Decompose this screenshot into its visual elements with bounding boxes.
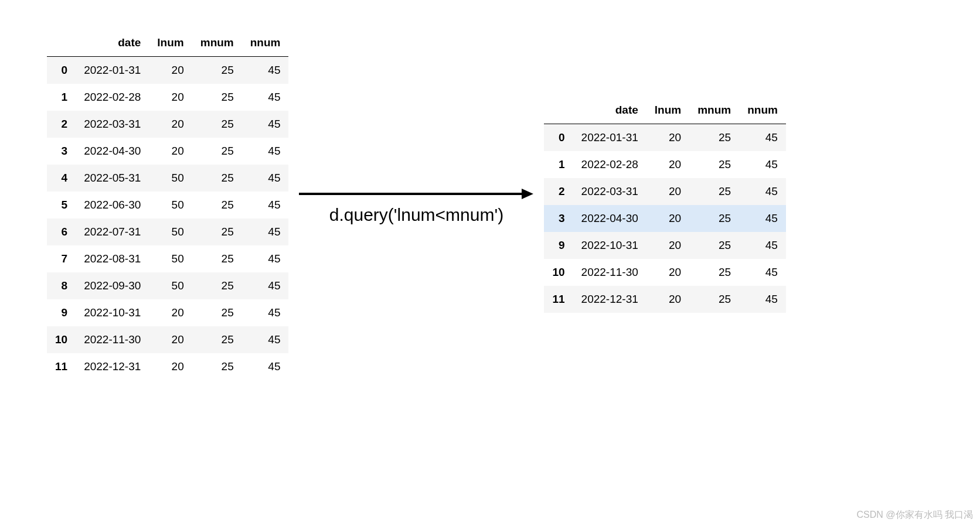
table-row: 92022-10-31202545 (47, 299, 288, 326)
cell: 25 (689, 124, 739, 152)
diagram-layout: date lnum mnum nnum 02022-01-31202545120… (47, 29, 933, 380)
table-row: 102022-11-30202545 (544, 259, 785, 286)
cell: 25 (689, 178, 739, 205)
cell: 45 (242, 326, 289, 353)
table-row: 92022-10-31202545 (544, 232, 785, 259)
cell: 2022-01-31 (573, 124, 646, 152)
cell: 25 (192, 84, 242, 111)
row-index: 9 (47, 299, 76, 326)
cell: 2022-10-31 (76, 299, 149, 326)
cell: 2022-04-30 (76, 138, 149, 165)
table-row: 42022-05-31502545 (47, 165, 288, 192)
row-index: 6 (47, 218, 76, 245)
cell: 2022-11-30 (76, 326, 149, 353)
cell: 45 (739, 205, 786, 232)
cell: 2022-12-31 (76, 353, 149, 380)
arrow-and-query: d.query('lnum<mnum') (294, 185, 538, 225)
cell: 2022-10-31 (573, 232, 646, 259)
row-index: 1 (544, 151, 573, 178)
row-index: 8 (47, 272, 76, 299)
cell: 45 (242, 111, 289, 138)
table-row: 02022-01-31202545 (47, 57, 288, 84)
col-header: date (76, 29, 149, 57)
cell: 20 (149, 299, 192, 326)
table-row: 82022-09-30502545 (47, 272, 288, 299)
table-row: 22022-03-31202545 (544, 178, 785, 205)
cell: 50 (149, 272, 192, 299)
cell: 20 (646, 286, 689, 313)
table-row: 112022-12-31202545 (47, 353, 288, 380)
cell: 20 (646, 178, 689, 205)
cell: 45 (739, 151, 786, 178)
result-tbody: 02022-01-3120254512022-02-2820254522022-… (544, 124, 785, 313)
cell: 50 (149, 165, 192, 192)
cell: 2022-08-31 (76, 245, 149, 272)
cell: 45 (242, 218, 289, 245)
cell: 25 (192, 326, 242, 353)
cell: 20 (646, 124, 689, 152)
cell: 50 (149, 218, 192, 245)
cell: 2022-06-30 (76, 192, 149, 218)
cell: 20 (149, 57, 192, 84)
col-header: lnum (149, 29, 192, 57)
cell: 45 (739, 178, 786, 205)
arrow-right-icon (299, 185, 533, 203)
cell: 20 (149, 111, 192, 138)
col-header: nnum (242, 29, 289, 57)
cell: 45 (242, 272, 289, 299)
row-index: 4 (47, 165, 76, 192)
query-expression: d.query('lnum<mnum') (329, 205, 503, 225)
cell: 20 (646, 205, 689, 232)
cell: 2022-09-30 (76, 272, 149, 299)
cell: 25 (689, 151, 739, 178)
cell: 20 (646, 259, 689, 286)
table-row: 72022-08-31502545 (47, 245, 288, 272)
cell: 25 (192, 353, 242, 380)
row-index: 0 (47, 57, 76, 84)
cell: 45 (242, 84, 289, 111)
cell: 20 (149, 353, 192, 380)
cell: 50 (149, 192, 192, 218)
table-row: 12022-02-28202545 (47, 84, 288, 111)
table-row: 62022-07-31502545 (47, 218, 288, 245)
cell: 45 (242, 138, 289, 165)
cell: 45 (242, 57, 289, 84)
cell: 25 (689, 286, 739, 313)
table-row: 52022-06-30502545 (47, 192, 288, 218)
cell: 20 (149, 138, 192, 165)
col-header: mnum (192, 29, 242, 57)
cell: 45 (242, 245, 289, 272)
index-header (544, 97, 573, 124)
row-index: 1 (47, 84, 76, 111)
result-dataframe-table: date lnum mnum nnum 02022-01-31202545120… (544, 97, 785, 313)
cell: 2022-04-30 (573, 205, 646, 232)
row-index: 9 (544, 232, 573, 259)
source-table-column: date lnum mnum nnum 02022-01-31202545120… (47, 29, 288, 380)
row-index: 11 (544, 286, 573, 313)
source-tbody: 02022-01-3120254512022-02-2820254522022-… (47, 57, 288, 381)
cell: 2022-02-28 (573, 151, 646, 178)
cell: 45 (242, 165, 289, 192)
col-header: nnum (739, 97, 786, 124)
result-table-column: date lnum mnum nnum 02022-01-31202545120… (544, 97, 785, 313)
cell: 2022-03-31 (573, 178, 646, 205)
cell: 25 (689, 205, 739, 232)
table-row: 112022-12-31202545 (544, 286, 785, 313)
row-index: 3 (544, 205, 573, 232)
cell: 45 (242, 353, 289, 380)
cell: 45 (739, 232, 786, 259)
cell: 45 (739, 124, 786, 152)
table-row: 02022-01-31202545 (544, 124, 785, 152)
cell: 45 (242, 192, 289, 218)
col-header: lnum (646, 97, 689, 124)
cell: 2022-07-31 (76, 218, 149, 245)
cell: 20 (149, 326, 192, 353)
cell: 25 (192, 218, 242, 245)
row-index: 7 (47, 245, 76, 272)
col-header: mnum (689, 97, 739, 124)
cell: 25 (192, 57, 242, 84)
cell: 25 (192, 245, 242, 272)
index-header (47, 29, 76, 57)
cell: 25 (192, 192, 242, 218)
row-index: 11 (47, 353, 76, 380)
